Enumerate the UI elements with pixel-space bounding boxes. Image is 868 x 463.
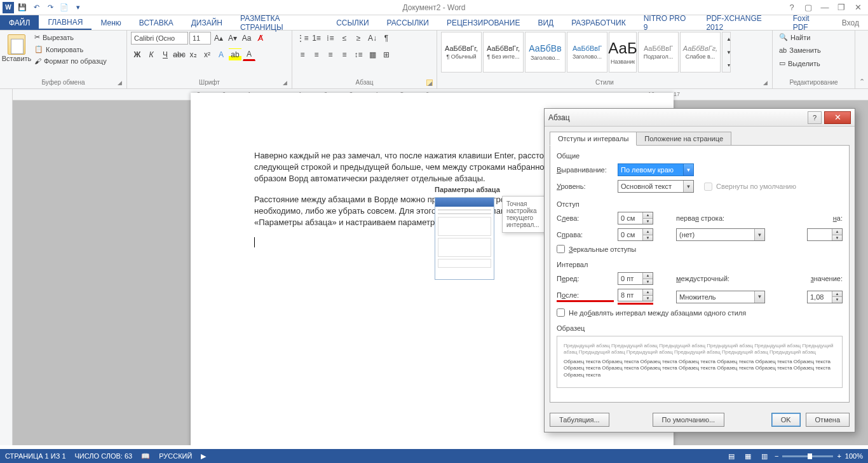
word-icon[interactable]: W [3,2,14,13]
format-painter-button[interactable]: 🖌Формат по образцу [32,56,109,66]
text-effects-icon[interactable]: A [215,48,227,61]
clear-format-icon[interactable]: A̸ [254,32,267,45]
dialog-tab-position[interactable]: Положение на странице [636,132,731,146]
justify-icon[interactable]: ≡ [338,48,351,61]
borders-icon[interactable]: ⊞ [380,48,393,61]
status-proofing-icon[interactable]: 📖 [141,452,150,460]
tab-references[interactable]: ССЫЛКИ [327,15,377,30]
tab-page-layout[interactable]: РАЗМЕТКА СТРАНИЦЫ [231,15,327,30]
italic-icon[interactable]: К [145,48,158,61]
align-left-icon[interactable]: ≡ [296,48,309,61]
style-normal[interactable]: АаБбВвГг,¶ Обычный [441,32,482,73]
paragraph-launcher-icon[interactable]: ◢ [426,79,433,86]
undo-icon[interactable]: ↶ [31,2,42,13]
view-read-icon[interactable]: ▤ [725,451,738,461]
clipboard-launcher-icon[interactable]: ◢ [116,79,123,86]
minimize-icon[interactable]: — [817,1,832,14]
status-words[interactable]: ЧИСЛО СЛОВ: 63 [75,452,133,460]
zoom-value[interactable]: 100% [845,452,863,460]
zoom-in-icon[interactable]: + [837,452,841,460]
find-button[interactable]: 🔍Найти [776,32,813,43]
grow-font-icon[interactable]: A▴ [212,32,225,45]
strike-icon[interactable]: abc [173,48,186,61]
first-line-combo[interactable]: (нет)▼ [676,228,765,241]
tab-review[interactable]: РЕЦЕНЗИРОВАНИЕ [438,15,529,30]
select-button[interactable]: ▭Выделить [776,58,823,69]
status-page[interactable]: СТРАНИЦА 1 ИЗ 1 [5,452,66,460]
increase-indent-icon[interactable]: ≥ [352,32,365,45]
superscript-icon[interactable]: x² [201,48,214,61]
change-case-icon[interactable]: Aa [240,32,253,45]
tab-login[interactable]: Вход [833,15,868,30]
styles-up-icon[interactable]: ▲ [722,32,735,46]
zoom-out-icon[interactable]: − [775,452,778,460]
style-heading1[interactable]: АаБбВвЗаголово... [525,32,566,73]
help-icon[interactable]: ? [784,1,799,14]
font-size-combo[interactable]: 11 [189,32,211,45]
status-macro-icon[interactable]: ▶ [201,452,206,460]
tab-file[interactable]: ФАЙЛ [0,15,39,30]
view-print-icon[interactable]: ▦ [742,451,754,461]
subscript-icon[interactable]: x₂ [187,48,200,61]
first-line-value-spin[interactable]: ▲▼ [807,228,843,241]
align-center-icon[interactable]: ≡ [310,48,323,61]
multilevel-icon[interactable]: ⁞≡ [324,32,337,45]
restore-icon[interactable]: ❐ [834,1,849,14]
close-icon[interactable]: ✕ [850,1,865,14]
view-web-icon[interactable]: ▥ [758,451,771,461]
tab-nitro[interactable]: NITRO PRO 9 [635,15,698,30]
style-subtitle[interactable]: АаБбВвГПодзагол... [638,32,679,73]
shading-icon[interactable]: ▦ [366,48,379,61]
styles-more-icon[interactable]: ▾ [722,59,735,72]
font-launcher-icon[interactable]: ◢ [281,79,288,86]
style-no-spacing[interactable]: АаБбВвГг,¶ Без инте... [483,32,524,73]
decrease-indent-icon[interactable]: ≤ [338,32,351,45]
after-spin[interactable]: 8 пт▲▼ [618,289,653,301]
zoom-slider[interactable] [782,455,833,457]
line-value-spin[interactable]: 1,08▲▼ [807,291,843,303]
left-indent-spin[interactable]: 0 см▲▼ [618,212,653,225]
highlight-icon[interactable]: ab [229,48,241,61]
show-marks-icon[interactable]: ¶ [380,32,393,45]
ribbon-options-icon[interactable]: ▢ [801,1,816,14]
status-lang[interactable]: РУССКИЙ [159,452,192,460]
redo-icon[interactable]: ↷ [44,2,56,13]
default-button[interactable]: По умолчанию... [653,413,725,427]
ok-button[interactable]: OK [771,413,801,427]
font-color-icon[interactable]: A [243,48,255,61]
style-subtle[interactable]: АаБбВвГг,Слабое в... [680,32,721,73]
align-right-icon[interactable]: ≡ [324,48,337,61]
bold-icon[interactable]: Ж [131,48,144,61]
no-space-checkbox[interactable] [557,308,565,317]
before-spin[interactable]: 0 пт▲▼ [618,272,653,285]
tab-design[interactable]: ДИЗАЙН [182,15,231,30]
align-combo[interactable]: По левому краю▼ [618,163,694,176]
new-icon[interactable]: 📄 [58,2,70,13]
right-indent-spin[interactable]: 0 см▲▼ [618,228,653,241]
tab-insert[interactable]: ВСТАВКА [130,15,182,30]
tab-home[interactable]: ГЛАВНАЯ [39,15,92,30]
styles-launcher-icon[interactable]: ◢ [762,79,768,86]
line-spacing-combo[interactable]: Множитель▼ [676,291,765,303]
replace-button[interactable]: abЗаменить [776,45,824,55]
paste-button[interactable]: Вставить [4,32,29,65]
dialog-close-icon[interactable]: ✕ [824,111,851,124]
tab-foxit[interactable]: Foxit PDF [784,15,833,30]
numbering-icon[interactable]: 1≡ [310,32,323,45]
tab-menu[interactable]: Меню [92,15,130,30]
level-combo[interactable]: Основной текст▼ [618,180,694,193]
tab-pdfxchange[interactable]: PDF-XCHANGE 2012 [697,15,783,30]
style-heading2[interactable]: АаБбВвГЗаголово... [567,32,607,73]
qat-dropdown-icon[interactable]: ▾ [72,2,84,13]
shrink-font-icon[interactable]: A▾ [226,32,239,45]
font-name-combo[interactable]: Calibri (Осно [131,32,188,45]
bullets-icon[interactable]: ⋮≡ [296,32,309,45]
tab-developer[interactable]: РАЗРАБОТЧИК [562,15,635,30]
tab-mailings[interactable]: РАССЫЛКИ [378,15,438,30]
mirror-checkbox[interactable] [557,245,565,253]
cut-button[interactable]: ✂Вырезать [32,32,109,43]
style-title[interactable]: АаБНазвание [609,32,637,73]
sort-icon[interactable]: A↓ [366,32,379,45]
underline-icon[interactable]: Ч [159,48,172,61]
dialog-tab-indents[interactable]: Отступы и интервалы [550,132,637,146]
